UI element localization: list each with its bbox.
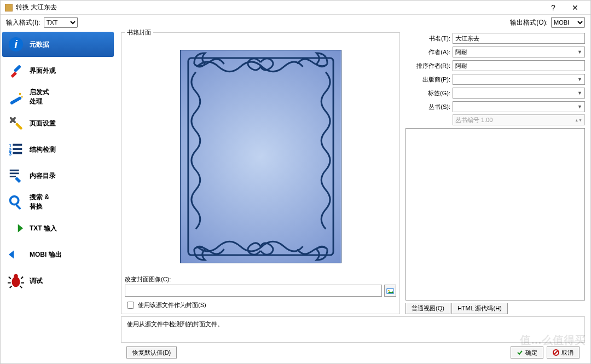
- search-icon: [8, 194, 24, 210]
- tools-icon: [8, 115, 24, 131]
- bug-icon: [8, 273, 24, 289]
- author-combo[interactable]: 阿耐▼: [453, 47, 585, 57]
- info-text: 使用从源文件中检测到的封面文件。: [127, 321, 223, 327]
- sidebar-item-structure[interactable]: 123 结构检测: [2, 137, 114, 162]
- svg-rect-12: [10, 170, 19, 171]
- svg-point-5: [21, 96, 23, 98]
- sidebar-item-metadata[interactable]: i 元数据: [2, 32, 114, 57]
- sidebar-item-look[interactable]: 界面外观: [2, 58, 114, 83]
- svg-point-27: [388, 290, 390, 292]
- tab-html-source[interactable]: HTML 源代码(H): [451, 303, 508, 314]
- sidebar-item-toc[interactable]: 内容目录: [2, 163, 114, 188]
- svg-rect-2: [14, 65, 22, 73]
- svg-rect-11: [13, 152, 22, 154]
- cancel-icon: [553, 349, 559, 356]
- output-arrow-icon: [8, 246, 24, 263]
- sidebar-item-label: TXT 输入: [30, 224, 57, 233]
- svg-line-19: [9, 277, 11, 279]
- series-number-spinner[interactable]: 丛书编号 1.00 ▲▼: [453, 114, 585, 125]
- book-cover-image: [180, 50, 341, 263]
- series-combo[interactable]: ▼: [453, 101, 585, 112]
- sidebar-item-txt-input[interactable]: TXT 输入: [2, 216, 114, 241]
- svg-point-4: [19, 93, 21, 95]
- window-title: 转换 大江东去: [16, 3, 542, 12]
- cover-legend: 书籍封面: [125, 28, 153, 37]
- wand-icon: [8, 89, 24, 105]
- input-format-select[interactable]: TXT: [44, 17, 78, 28]
- tab-normal-view[interactable]: 普通视图(Q): [405, 303, 450, 314]
- svg-rect-10: [13, 148, 22, 150]
- author-label: 作者(A):: [405, 48, 450, 56]
- sidebar-item-label: 调试: [30, 276, 43, 286]
- title-input[interactable]: [453, 33, 585, 44]
- cancel-button[interactable]: 取消: [547, 346, 580, 359]
- series-label: 丛书(S):: [405, 103, 450, 111]
- ok-button[interactable]: 确定: [511, 346, 543, 359]
- sort-author-label: 排序作者(R):: [405, 62, 450, 70]
- sidebar-item-label: MOBI 输出: [30, 250, 62, 259]
- comments-editor[interactable]: [405, 128, 585, 301]
- check-icon: [517, 349, 523, 356]
- sidebar-item-label: 搜索 & 替换: [30, 193, 49, 211]
- browse-cover-button[interactable]: [384, 285, 396, 297]
- input-format-label: 输入格式(I):: [6, 18, 40, 27]
- sidebar-item-page-setup[interactable]: 页面设置: [2, 111, 114, 136]
- sidebar-item-label: 结构检测: [30, 145, 56, 154]
- output-format-label: 输出格式(O):: [510, 18, 548, 27]
- publisher-label: 出版商(P):: [405, 76, 450, 84]
- help-button[interactable]: ?: [542, 3, 564, 12]
- svg-rect-9: [13, 144, 22, 146]
- svg-rect-25: [188, 58, 333, 255]
- use-source-cover-checkbox[interactable]: [127, 302, 134, 309]
- svg-rect-14: [10, 176, 16, 177]
- svg-rect-3: [10, 96, 22, 105]
- input-arrow-icon: [8, 220, 24, 236]
- sidebar-item-label: 元数据: [30, 40, 49, 49]
- svg-line-20: [21, 277, 23, 279]
- app-icon: [5, 4, 13, 11]
- tags-combo[interactable]: ▼: [453, 88, 585, 99]
- info-panel: 使用从源文件中检测到的封面文件。: [121, 316, 585, 343]
- svg-line-24: [20, 286, 22, 288]
- publisher-combo[interactable]: ▼: [453, 74, 585, 85]
- list-icon: 123: [8, 141, 24, 158]
- sort-author-input[interactable]: [453, 60, 585, 71]
- sidebar-item-label: 内容目录: [30, 171, 56, 181]
- sidebar-item-debug[interactable]: 调试: [2, 268, 114, 293]
- restore-defaults-button[interactable]: 恢复默认值(D): [126, 346, 177, 359]
- use-source-cover-label: 使用该源文件作为封面(S): [138, 301, 206, 309]
- svg-point-18: [14, 274, 18, 279]
- svg-point-15: [10, 197, 19, 205]
- svg-line-23: [10, 286, 12, 288]
- title-label: 书名(T):: [405, 34, 450, 43]
- sidebar: i 元数据 界面外观 启发式 处理 页面设置: [1, 30, 115, 363]
- output-format-select[interactable]: MOBI: [551, 17, 585, 28]
- svg-text:3: 3: [9, 151, 11, 157]
- brush-icon: [8, 62, 24, 79]
- tags-label: 标签(G):: [405, 89, 450, 97]
- svg-rect-16: [15, 204, 21, 210]
- sidebar-item-search-replace[interactable]: 搜索 & 替换: [2, 189, 114, 215]
- info-icon: i: [8, 36, 24, 53]
- svg-line-29: [554, 351, 558, 354]
- cover-path-input[interactable]: [125, 285, 382, 297]
- change-cover-label: 改变封面图像(C):: [125, 275, 396, 284]
- sidebar-item-mobi-output[interactable]: MOBI 输出: [2, 242, 114, 267]
- sidebar-item-label: 界面外观: [30, 66, 56, 76]
- toc-icon: [8, 167, 24, 184]
- sidebar-item-label: 启发式 处理: [30, 88, 49, 106]
- close-button[interactable]: ✕: [564, 3, 586, 12]
- sidebar-item-label: 页面设置: [30, 119, 56, 128]
- svg-rect-13: [10, 172, 19, 174]
- sidebar-item-heuristic[interactable]: 启发式 处理: [2, 84, 114, 109]
